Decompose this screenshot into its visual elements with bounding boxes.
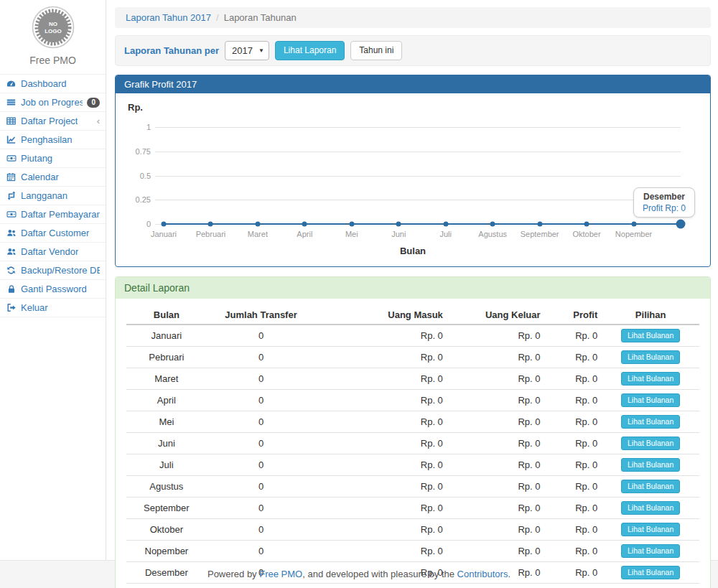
year-select[interactable]: 2017 <box>225 41 269 60</box>
footer-link-free-pmo[interactable]: Free PMO <box>259 569 302 579</box>
table-row: Mei0Rp. 0Rp. 0Rp. 0Lihat Bulanan <box>126 411 699 433</box>
no-logo-stamp-icon: NO LOGO <box>32 6 75 49</box>
table-cell: 0 <box>207 454 316 476</box>
lihat-bulanan-button[interactable]: Lihat Bulanan <box>621 566 680 579</box>
table-cell: Oktober <box>126 519 207 541</box>
sidebar-item-penghasilan[interactable]: Penghasilan <box>0 131 106 149</box>
table-cell: Rp. 0 <box>545 411 602 433</box>
breadcrumb-link[interactable]: Laporan Tahun 2017 <box>126 12 211 23</box>
tooltip-month: Desember <box>643 192 686 202</box>
column-header: Profit <box>545 306 602 325</box>
sidebar-item-backup-restore-db[interactable]: Backup/Restore DB <box>0 261 106 280</box>
chart-panel-title: Grafik Profit 2017 <box>116 75 710 93</box>
total-cell-empty <box>602 584 699 588</box>
gridline <box>155 151 681 152</box>
sidebar-item-keluar[interactable]: Keluar <box>0 299 106 317</box>
table-cell-action: Lihat Bulanan <box>602 347 699 368</box>
lihat-bulanan-button[interactable]: Lihat Bulanan <box>621 393 680 407</box>
data-point <box>208 222 213 227</box>
footer-text-mid: , and developed with pleasure by the <box>302 569 457 579</box>
tahun-ini-button[interactable]: Tahun ini <box>350 41 402 60</box>
sidebar-item-label: Ganti Password <box>21 284 87 294</box>
profit-chart-panel: Grafik Profit 2017 Rp. 10.750.50.250Janu… <box>115 75 711 267</box>
sidebar-item-job-on-progress[interactable]: Job on Progress0 <box>0 93 106 112</box>
column-header: Jumlah Transfer <box>207 306 316 325</box>
detail-panel-title: Detail Laporan <box>116 277 710 299</box>
footer-link-contributors[interactable]: Contributors <box>457 569 508 579</box>
sidebar-item-label: Backup/Restore DB <box>21 265 100 276</box>
lihat-bulanan-button[interactable]: Lihat Bulanan <box>621 544 680 558</box>
table-cell: 0 <box>207 541 316 562</box>
sidebar-item-piutang[interactable]: Piutang <box>0 149 106 168</box>
sidebar-item-daftar-project[interactable]: Daftar Project‹ <box>0 112 106 131</box>
lihat-bulanan-button[interactable]: Lihat Bulanan <box>621 437 680 450</box>
table-cell: 0 <box>207 476 316 498</box>
money-icon <box>6 210 17 220</box>
table-cell-action: Lihat Bulanan <box>602 433 699 454</box>
sidebar-item-label: Piutang <box>21 153 52 164</box>
lihat-laporan-button[interactable]: Lihat Laporan <box>275 41 345 60</box>
table-cell-action: Lihat Bulanan <box>602 519 699 541</box>
table-row: Pebruari0Rp. 0Rp. 0Rp. 0Lihat Bulanan <box>126 347 699 368</box>
column-header: Uang Keluar <box>447 306 545 325</box>
table-cell: Rp. 0 <box>447 347 545 368</box>
sidebar-item-langganan[interactable]: Langganan <box>0 187 106 205</box>
sidebar-item-ganti-password[interactable]: Ganti Password <box>0 280 106 299</box>
footer-text-prefix: Powered by <box>208 569 259 579</box>
table-cell: Rp. 0 <box>315 498 447 519</box>
chart-grid: 10.750.50.250JanuariPebruariMaretAprilMe… <box>155 127 681 224</box>
table-cell: Rp. 0 <box>315 368 447 390</box>
report-filter-bar: Laporan Tahunan per 2017 ▼ Lihat Laporan… <box>115 35 711 66</box>
table-cell: Rp. 0 <box>545 454 602 476</box>
data-point <box>631 222 636 227</box>
table-cell-action: Lihat Bulanan <box>602 562 699 584</box>
chart-x-axis-label: Bulan <box>126 246 699 256</box>
lihat-bulanan-button[interactable]: Lihat Bulanan <box>621 372 680 386</box>
main-content: Laporan Tahun 2017/Laporan Tahunan Lapor… <box>106 0 718 560</box>
table-cell: Rp. 0 <box>447 498 545 519</box>
sidebar-item-daftar-pembayaran[interactable]: Daftar Pembayaran <box>0 205 106 224</box>
sidebar-item-label: Daftar Pembayaran <box>21 209 100 220</box>
detail-laporan-panel: Detail Laporan BulanJumlah TransferUang … <box>115 276 711 588</box>
table-cell: Rp. 0 <box>545 325 602 347</box>
sidebar-item-calendar[interactable]: Calendar <box>0 168 106 187</box>
table-cell-action: Lihat Bulanan <box>602 411 699 433</box>
table-row: September0Rp. 0Rp. 0Rp. 0Lihat Bulanan <box>126 498 699 519</box>
table-cell-action: Lihat Bulanan <box>602 476 699 498</box>
data-point <box>584 222 589 227</box>
table-cell: Rp. 0 <box>545 541 602 562</box>
y-tick-label: 0.5 <box>125 172 151 180</box>
table-cell: Rp. 0 <box>545 433 602 454</box>
no-logo-badge: NO LOGO <box>0 6 106 51</box>
gridline <box>155 127 681 128</box>
lihat-bulanan-button[interactable]: Lihat Bulanan <box>621 350 680 364</box>
filter-label: Laporan Tahunan per <box>124 45 219 56</box>
tachometer-icon <box>6 79 17 89</box>
lihat-bulanan-button[interactable]: Lihat Bulanan <box>621 415 680 429</box>
lihat-bulanan-button[interactable]: Lihat Bulanan <box>621 523 680 536</box>
lihat-bulanan-button[interactable]: Lihat Bulanan <box>621 501 680 515</box>
lihat-bulanan-button[interactable]: Lihat Bulanan <box>621 329 680 342</box>
table-cell-action: Lihat Bulanan <box>602 454 699 476</box>
sidebar-item-daftar-customer[interactable]: Daftar Customer <box>0 224 106 243</box>
data-point <box>396 222 401 227</box>
table-cell: Mei <box>126 411 207 433</box>
lihat-bulanan-button[interactable]: Lihat Bulanan <box>621 458 680 472</box>
table-row: Oktober0Rp. 0Rp. 0Rp. 0Lihat Bulanan <box>126 519 699 541</box>
table-cell: Rp. 0 <box>447 454 545 476</box>
breadcrumb-current: Laporan Tahunan <box>224 12 297 23</box>
x-tick-label: Oktober <box>573 230 601 238</box>
table-cell: Nopember <box>126 541 207 562</box>
lihat-bulanan-button[interactable]: Lihat Bulanan <box>621 480 680 493</box>
data-point <box>349 222 354 227</box>
table-cell: 0 <box>207 498 316 519</box>
table-cell: Rp. 0 <box>315 476 447 498</box>
x-tick-label: April <box>297 230 312 238</box>
sidebar-item-dashboard[interactable]: Dashboard <box>0 75 106 93</box>
x-tick-label: Nopember <box>615 230 652 238</box>
column-header: Bulan <box>126 306 207 325</box>
y-tick-label: 0 <box>125 220 151 228</box>
sidebar-item-daftar-vendor[interactable]: Daftar Vendor <box>0 243 106 261</box>
table-cell: Rp. 0 <box>447 476 545 498</box>
table-cell: Agustus <box>126 476 207 498</box>
